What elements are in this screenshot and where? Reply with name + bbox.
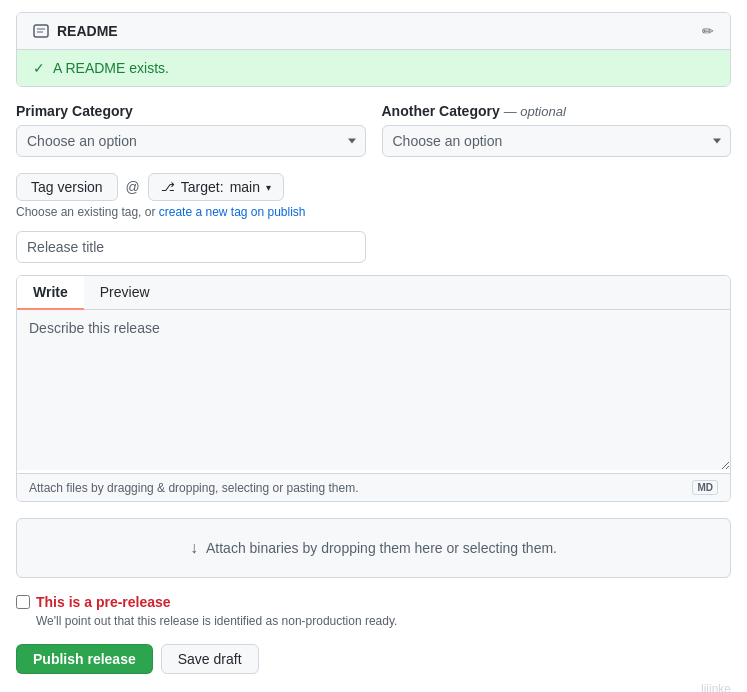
markdown-icon: MD: [692, 480, 718, 495]
textarea-footer: Attach files by dragging & dropping, sel…: [17, 473, 730, 501]
readme-header: README ✏: [17, 13, 730, 50]
save-draft-button[interactable]: Save draft: [161, 644, 259, 674]
primary-category-label: Primary Category: [16, 103, 366, 119]
target-value: main: [230, 179, 260, 195]
readme-status: ✓ A README exists.: [17, 50, 730, 86]
download-icon: ↓: [190, 539, 198, 557]
another-category-select[interactable]: Choose an option: [382, 125, 732, 157]
readme-edit-button[interactable]: ✏: [702, 23, 714, 39]
readme-header-title: README: [33, 23, 118, 39]
textarea-container: Attach files by dragging & dropping, sel…: [17, 310, 730, 501]
binaries-section[interactable]: ↓ Attach binaries by dropping them here …: [16, 518, 731, 578]
pre-release-section: This is a pre-release We'll point out th…: [16, 594, 731, 628]
primary-category-field: Primary Category Choose an option: [16, 103, 366, 157]
write-preview-tabs: Write Preview Attach files by dragging &…: [16, 275, 731, 502]
release-title-input[interactable]: [16, 231, 366, 263]
categories-row: Primary Category Choose an option Anothe…: [16, 103, 731, 157]
action-buttons: Publish release Save draft: [16, 644, 731, 674]
tag-hint-link[interactable]: create a new tag on publish: [159, 205, 306, 219]
pre-release-checkbox[interactable]: [16, 595, 30, 609]
pre-release-description: We'll point out that this release is ide…: [36, 614, 731, 628]
tag-version-button[interactable]: Tag version: [16, 173, 118, 201]
another-category-label: Another Category — optional: [382, 103, 732, 119]
another-category-optional: — optional: [504, 104, 566, 119]
publish-release-button[interactable]: Publish release: [16, 644, 153, 674]
target-button[interactable]: ⎇ Target: main ▾: [148, 173, 284, 201]
chevron-down-icon: ▾: [266, 182, 271, 193]
check-icon: ✓: [33, 60, 45, 76]
readme-title: README: [57, 23, 118, 39]
primary-category-select-wrapper: Choose an option: [16, 125, 366, 157]
readme-section: README ✏ ✓ A README exists.: [16, 12, 731, 87]
tab-header: Write Preview: [17, 276, 730, 310]
target-label: Target:: [181, 179, 224, 195]
readme-status-text: A README exists.: [53, 60, 169, 76]
tag-hint: Choose an existing tag, or create a new …: [16, 205, 731, 219]
binaries-text: Attach binaries by dropping them here or…: [206, 540, 557, 556]
watermark: lijinke: [16, 682, 731, 692]
attach-hint-text: Attach files by dragging & dropping, sel…: [29, 481, 359, 495]
another-category-select-wrapper: Choose an option: [382, 125, 732, 157]
at-symbol: @: [126, 179, 140, 195]
readme-icon: [33, 23, 49, 39]
pre-release-label[interactable]: This is a pre-release: [16, 594, 731, 610]
release-description-textarea[interactable]: [17, 310, 730, 470]
another-category-field: Another Category — optional Choose an op…: [382, 103, 732, 157]
tab-write[interactable]: Write: [17, 276, 84, 310]
svg-rect-0: [34, 25, 48, 37]
primary-category-select[interactable]: Choose an option: [16, 125, 366, 157]
branch-icon: ⎇: [161, 180, 175, 194]
tag-row: Tag version @ ⎇ Target: main ▾: [16, 173, 731, 201]
pre-release-title: This is a pre-release: [36, 594, 171, 610]
tab-preview[interactable]: Preview: [84, 276, 166, 310]
